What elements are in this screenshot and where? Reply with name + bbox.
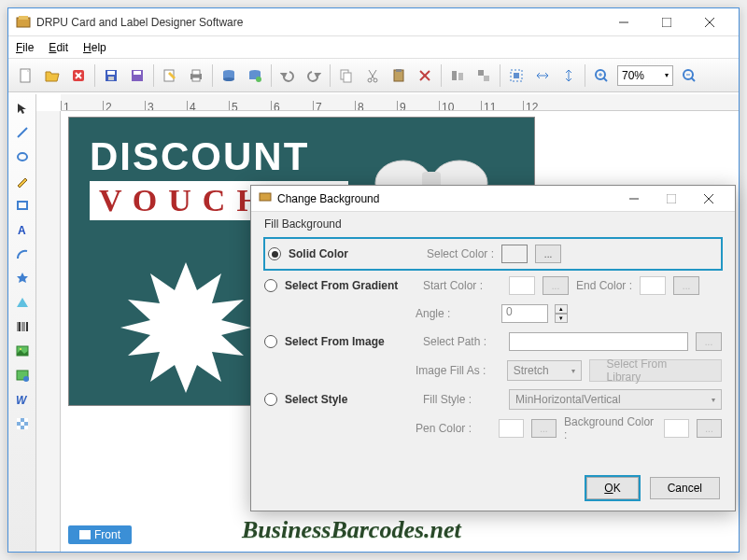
line-tool-icon[interactable] — [12, 122, 33, 143]
print-icon[interactable] — [184, 63, 208, 88]
solid-color-radio[interactable] — [268, 247, 281, 260]
tab-front[interactable]: Front — [68, 525, 132, 544]
image-tool-icon[interactable] — [12, 341, 33, 361]
svg-line-48 — [691, 77, 695, 81]
rect-tool-icon[interactable] — [12, 195, 33, 216]
resize-v-icon[interactable] — [557, 63, 581, 88]
angle-spin-up[interactable]: ▴ — [555, 304, 568, 314]
copy-icon[interactable] — [334, 63, 359, 88]
text-tool-icon[interactable]: A — [12, 219, 33, 240]
change-background-dialog: Change Background Fill Background Solid … — [250, 185, 736, 511]
svg-rect-11 — [107, 71, 115, 75]
dialog-minimize-button[interactable] — [615, 186, 653, 212]
save-icon[interactable] — [99, 63, 123, 88]
solid-color-swatch[interactable] — [501, 245, 528, 263]
svg-text:A: A — [18, 224, 26, 236]
end-color-swatch[interactable] — [640, 276, 666, 295]
database-icon[interactable] — [217, 63, 241, 88]
svg-point-21 — [223, 77, 234, 81]
redo-icon[interactable] — [302, 63, 326, 88]
style-colors-row: Pen Color : ... Background Color : ... — [264, 415, 722, 441]
image-path-input[interactable] — [509, 332, 688, 351]
zoom-in-icon[interactable] — [589, 63, 613, 88]
starburst-icon[interactable] — [116, 258, 256, 398]
fill-style-label: Fill Style : — [423, 393, 501, 406]
wordart-tool-icon[interactable]: W — [12, 389, 33, 410]
svg-point-62 — [23, 376, 29, 382]
start-color-swatch[interactable] — [509, 276, 535, 295]
menu-edit[interactable]: Edit — [49, 41, 68, 54]
image-fill-as-label: Image Fill As : — [416, 364, 500, 377]
pen-color-swatch[interactable] — [499, 419, 524, 438]
bg-color-swatch[interactable] — [664, 419, 689, 438]
dialog-maximize-button[interactable] — [653, 186, 690, 212]
titlebar: DRPU Card and Label Designer Software — [8, 8, 739, 36]
image-row: Select From Image Select Path : ... — [264, 326, 722, 357]
pattern-tool-icon[interactable] — [12, 413, 33, 434]
arc-tool-icon[interactable] — [12, 244, 33, 264]
ellipse-tool-icon[interactable] — [12, 147, 33, 167]
star-tool-icon[interactable] — [12, 268, 33, 288]
zoom-combo[interactable]: 70%▾ — [617, 65, 673, 86]
library-tool-icon[interactable] — [12, 365, 33, 385]
open-icon[interactable] — [40, 63, 64, 88]
minimize-button[interactable] — [602, 8, 645, 36]
barcode-tool-icon[interactable] — [12, 316, 33, 337]
dialog-title: Change Background — [277, 192, 615, 205]
svg-point-30 — [374, 78, 377, 82]
angle-spin-down[interactable]: ▾ — [555, 314, 568, 323]
cancel-button[interactable]: Cancel — [650, 477, 720, 499]
paste-icon[interactable] — [387, 63, 411, 88]
image-path-browse-button[interactable]: ... — [696, 332, 722, 351]
cut-icon[interactable] — [360, 63, 385, 88]
start-color-browse-button[interactable]: ... — [543, 276, 569, 295]
zoom-out-icon[interactable] — [677, 63, 701, 88]
select-from-library-button[interactable]: Select From Library — [589, 359, 722, 382]
solid-color-browse-button[interactable]: ... — [535, 245, 561, 263]
svg-rect-69 — [24, 426, 28, 429]
new-icon[interactable] — [14, 63, 38, 88]
bg-color-browse-button[interactable]: ... — [697, 419, 722, 438]
align-icon[interactable] — [445, 63, 470, 88]
gradient-row: Select From Gradient Start Color : ... E… — [264, 270, 722, 301]
ok-button[interactable]: OK — [586, 477, 638, 499]
resize-h-icon[interactable] — [530, 63, 555, 88]
image-label: Select From Image — [285, 335, 416, 348]
pointer-tool-icon[interactable] — [12, 98, 33, 119]
fill-style-combo[interactable]: MinHorizontalVertical▾ — [509, 389, 722, 410]
image-radio[interactable] — [264, 335, 277, 348]
svg-rect-1 — [19, 16, 28, 20]
edit-icon[interactable] — [158, 63, 182, 88]
app-icon — [16, 15, 31, 30]
triangle-tool-icon[interactable] — [12, 292, 33, 313]
maximize-button[interactable] — [645, 8, 688, 36]
angle-label: Angle : — [416, 307, 494, 320]
save-as-icon[interactable] — [125, 63, 149, 88]
toolbar: 70%▾ — [8, 59, 739, 92]
pencil-tool-icon[interactable] — [12, 171, 33, 191]
svg-rect-17 — [192, 70, 200, 75]
style-row: Select Style Fill Style : MinHorizontalV… — [264, 384, 722, 415]
select-all-icon[interactable] — [504, 63, 529, 88]
menu-help[interactable]: Help — [83, 41, 106, 54]
menu-file[interactable]: File — [16, 41, 34, 54]
pen-color-browse-button[interactable]: ... — [531, 419, 557, 438]
tab-strip: Front — [68, 524, 132, 546]
group-icon[interactable] — [472, 63, 496, 88]
image-fill-as-combo[interactable]: Stretch▾ — [507, 360, 582, 381]
svg-rect-65 — [17, 418, 21, 422]
gradient-radio[interactable] — [264, 279, 277, 292]
angle-input[interactable]: 0 — [501, 304, 548, 323]
database-edit-icon[interactable] — [243, 63, 267, 88]
delete-icon[interactable] — [413, 63, 437, 88]
end-color-browse-button[interactable]: ... — [673, 276, 699, 295]
solid-color-row: Solid Color Select Color : ... — [264, 238, 722, 270]
style-radio[interactable] — [264, 393, 277, 406]
undo-icon[interactable] — [275, 63, 300, 88]
close-button[interactable] — [688, 8, 731, 36]
card-discount-text[interactable]: DISCOUNT — [90, 134, 309, 179]
select-color-label: Select Color : — [427, 247, 494, 260]
svg-rect-38 — [484, 76, 489, 81]
dialog-close-button[interactable] — [690, 186, 727, 212]
close-doc-icon[interactable] — [66, 63, 91, 88]
